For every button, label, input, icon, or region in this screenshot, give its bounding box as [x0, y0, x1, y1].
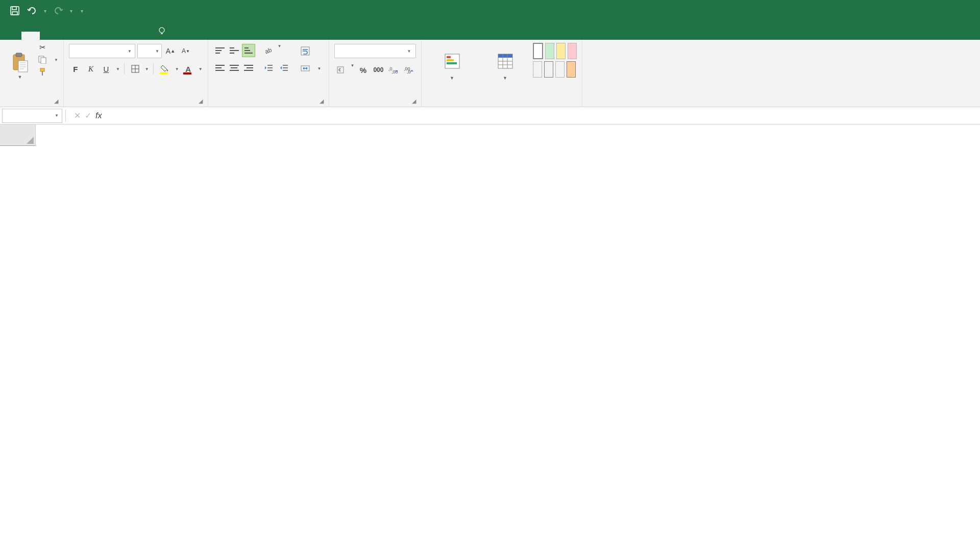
grow-font-button[interactable]: A▲: [164, 44, 177, 58]
shrink-font-button[interactable]: A▼: [179, 44, 192, 58]
clipboard-icon: [10, 53, 30, 72]
decrease-indent-button[interactable]: [262, 61, 276, 74]
group-clipboard: ▼ ✂ ▼: [0, 40, 64, 107]
group-label-clipboard: ◢: [5, 105, 58, 106]
quick-access-toolbar: ▾ ▾ ▾: [0, 5, 83, 16]
dialog-launcher-icon[interactable]: ◢: [199, 98, 203, 105]
chevron-down-icon[interactable]: ▼: [116, 67, 120, 71]
formula-bar: ▼ ✕ ✓ fx: [0, 107, 980, 124]
svg-rect-26: [447, 62, 457, 64]
cell-style-neutral[interactable]: [556, 43, 566, 59]
chevron-down-icon[interactable]: ▼: [199, 67, 203, 71]
font-color-button[interactable]: A: [181, 62, 195, 76]
format-as-table-button[interactable]: ▼: [481, 42, 530, 91]
tab-start[interactable]: [21, 32, 40, 40]
group-label-styles: [427, 105, 577, 106]
merge-icon: [300, 63, 310, 73]
wrap-text-button[interactable]: [298, 45, 324, 57]
align-middle-button[interactable]: [228, 44, 241, 57]
chevron-down-icon: ▼: [18, 74, 22, 80]
cell-style-ausgabe[interactable]: [533, 61, 542, 78]
svg-rect-5: [16, 53, 22, 57]
align-center-button[interactable]: [228, 61, 241, 74]
align-bottom-button[interactable]: [242, 44, 255, 57]
svg-rect-9: [40, 68, 44, 71]
tab-datei[interactable]: [3, 32, 21, 40]
comma-button[interactable]: 000: [372, 63, 385, 77]
svg-rect-25: [447, 59, 454, 61]
select-all-corner[interactable]: [0, 124, 36, 146]
italic-button[interactable]: K: [84, 62, 97, 76]
tab-ansicht[interactable]: [132, 32, 150, 40]
tab-formeln[interactable]: [77, 32, 95, 40]
name-box[interactable]: ▼: [2, 109, 62, 123]
qat-dropdown-icon[interactable]: ▾: [44, 8, 46, 14]
svg-text:ab: ab: [264, 46, 273, 55]
tell-me-search[interactable]: [150, 22, 178, 40]
dialog-launcher-icon[interactable]: ◢: [54, 98, 58, 105]
align-right-button[interactable]: [242, 61, 255, 74]
chevron-down-icon: ▼: [54, 58, 58, 62]
group-label-alignment: ◢: [213, 105, 324, 106]
spreadsheet-grid: [0, 124, 980, 551]
dialog-launcher-icon[interactable]: ◢: [412, 98, 416, 105]
dialog-launcher-icon[interactable]: ◢: [320, 98, 324, 105]
cell-style-schlecht[interactable]: [568, 43, 577, 59]
save-icon[interactable]: [9, 5, 20, 16]
accept-formula-icon[interactable]: ✓: [85, 111, 91, 120]
increase-indent-button[interactable]: [278, 61, 291, 74]
copy-icon: [38, 55, 47, 64]
redo-icon[interactable]: [53, 5, 64, 16]
svg-text:,0: ,0: [407, 69, 411, 74]
paste-button[interactable]: ▼: [5, 42, 35, 91]
copy-button[interactable]: ▼: [38, 55, 58, 64]
number-format-select[interactable]: ▼: [334, 44, 416, 58]
ribbon-tabs: [0, 21, 980, 40]
accounting-format-button[interactable]: €: [334, 63, 348, 77]
chevron-down-icon[interactable]: ▼: [351, 63, 355, 77]
cell-style-berechnung[interactable]: [544, 61, 553, 78]
cell-style-standard[interactable]: [533, 43, 543, 59]
svg-text:,00: ,00: [391, 69, 398, 74]
svg-rect-24: [447, 56, 451, 58]
increase-decimal-button[interactable]: ,0,00: [387, 63, 400, 77]
percent-button[interactable]: %: [356, 63, 370, 77]
tab-daten[interactable]: [95, 32, 113, 40]
conditional-formatting-button[interactable]: ▼: [427, 42, 478, 91]
orientation-button[interactable]: ab: [262, 44, 276, 57]
align-top-button[interactable]: [213, 44, 227, 57]
format-painter-button[interactable]: [38, 67, 58, 77]
fx-icon[interactable]: fx: [95, 111, 102, 120]
qat-customize-icon[interactable]: ▾: [81, 8, 83, 14]
svg-point-3: [159, 28, 164, 33]
decrease-decimal-button[interactable]: ,00,0: [402, 63, 415, 77]
cell-style-gut[interactable]: [545, 43, 554, 59]
lightbulb-icon: [157, 27, 166, 36]
tab-ueberpruefen[interactable]: [113, 32, 132, 40]
paintbrush-icon: [38, 67, 47, 77]
bold-button[interactable]: F: [69, 62, 82, 76]
font-size-select[interactable]: ▼: [137, 44, 162, 58]
align-left-button[interactable]: [213, 61, 227, 74]
chevron-down-icon: ▼: [155, 49, 159, 54]
qat-dropdown-icon[interactable]: ▾: [70, 8, 72, 14]
chevron-down-icon[interactable]: ▼: [175, 67, 179, 71]
tab-einfuegen[interactable]: [40, 32, 58, 40]
group-font: ▼ ▼ A▲ A▼ F K U ▼ ▼: [64, 40, 208, 107]
cancel-formula-icon[interactable]: ✕: [74, 111, 81, 120]
fill-color-button[interactable]: [158, 62, 172, 76]
cell-style-eingabe[interactable]: [567, 61, 576, 78]
font-name-select[interactable]: ▼: [69, 44, 135, 58]
merge-center-button[interactable]: ▼: [298, 62, 324, 74]
scissors-icon: ✂: [38, 43, 47, 52]
cut-button[interactable]: ✂: [38, 43, 58, 52]
chevron-down-icon[interactable]: ▼: [278, 44, 282, 57]
tab-seitenlayout[interactable]: [58, 32, 77, 40]
chevron-down-icon[interactable]: ▼: [145, 67, 149, 71]
borders-button[interactable]: [129, 62, 142, 76]
undo-icon[interactable]: [27, 5, 38, 16]
cell-style-besuchter[interactable]: [555, 61, 565, 78]
chevron-down-icon: ▼: [128, 49, 132, 54]
svg-rect-6: [18, 61, 28, 72]
underline-button[interactable]: U: [100, 62, 113, 76]
